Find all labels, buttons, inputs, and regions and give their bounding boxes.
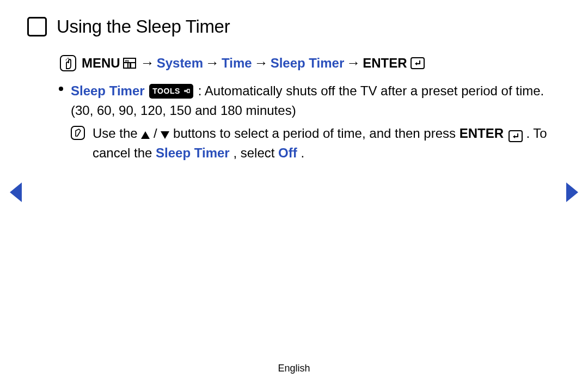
off-link: Off — [278, 145, 297, 160]
menu-label: MENU — [82, 53, 120, 73]
svg-point-0 — [68, 58, 69, 59]
sleep-timer-link2: Sleep Timer — [156, 145, 230, 160]
arrow-icon: → — [140, 52, 155, 74]
up-arrow-icon — [141, 131, 150, 139]
menu-path: MENU m → System → Time → Sleep Timer → E… — [59, 52, 561, 74]
page-header: Using the Sleep Timer — [27, 16, 561, 37]
chevron-left-icon — [10, 182, 22, 202]
note-row: Use the / buttons to select a period of … — [71, 124, 561, 163]
arrow-icon: → — [205, 52, 219, 74]
menu-grid-icon: m — [123, 58, 136, 69]
sleep-timer-label: Sleep Timer — [71, 83, 145, 98]
page-title: Using the Sleep Timer — [57, 16, 230, 37]
tools-badge: TOOLS — [149, 84, 193, 99]
enter-icon — [411, 57, 425, 69]
chevron-right-icon — [566, 182, 578, 202]
note-pencil-icon — [71, 126, 85, 140]
nav-prev-button[interactable] — [10, 182, 22, 202]
footer-language: English — [0, 363, 588, 374]
arrow-icon: → — [254, 52, 268, 74]
enter2-label: ENTER — [460, 126, 504, 141]
enter-label: ENTER — [363, 53, 407, 73]
page-content: MENU m → System → Time → Sleep Timer → E… — [27, 52, 561, 163]
remote-hand-icon — [60, 55, 76, 71]
sleep-timer-item: Sleep Timer TOOLS : Automatically shuts … — [59, 81, 561, 163]
period: . — [301, 145, 304, 160]
arrow-icon: → — [346, 52, 360, 74]
enter-icon — [509, 130, 523, 142]
nav-next-button[interactable] — [566, 182, 578, 202]
down-arrow-icon — [161, 131, 169, 139]
note-text-1: Use the — [93, 126, 141, 141]
slash: / — [154, 126, 157, 141]
path-time: Time — [222, 53, 252, 73]
bullet-icon — [59, 81, 64, 163]
section-box-icon — [27, 17, 47, 36]
path-system: System — [157, 53, 203, 73]
note-text-4: , select — [233, 145, 278, 160]
path-sleep-timer: Sleep Timer — [271, 53, 345, 73]
note-text-2: buttons to select a period of time, and … — [173, 126, 460, 141]
